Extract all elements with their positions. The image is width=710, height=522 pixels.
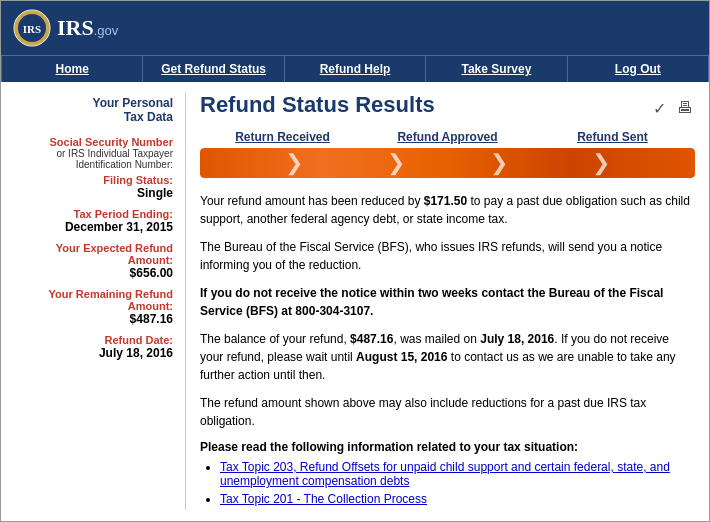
page-title: Refund Status Results <box>200 92 435 118</box>
expected-refund-label: Your Expected Refund Amount: <box>13 242 173 266</box>
progress-labels: Return Received Refund Approved Refund S… <box>200 130 695 144</box>
ssn-label: Social Security Number <box>13 136 173 148</box>
irs-logo-text: IRS <box>57 15 94 40</box>
sidebar-remaining-refund-row: Your Remaining Refund Amount: $487.16 <box>13 288 173 326</box>
nav-refund-help[interactable]: Refund Help <box>285 56 426 82</box>
message-4: The balance of your refund, $487.16, was… <box>200 330 695 384</box>
sidebar-refund-date-row: Refund Date: July 18, 2016 <box>13 334 173 360</box>
chevron-1: ❯ <box>285 148 303 178</box>
list-item-1: Tax Topic 203, Refund Offsets for unpaid… <box>220 460 695 488</box>
refund-date-value: July 18, 2016 <box>13 346 173 360</box>
sidebar-header: Your Personal Tax Data <box>13 96 173 124</box>
link-tax-topic-201[interactable]: Tax Topic 201 - The Collection Process <box>220 492 427 506</box>
content-header: Refund Status Results ✓ 🖶 <box>200 92 695 118</box>
progress-label-approved: Refund Approved <box>365 130 530 144</box>
ssn-sublabel: or IRS Individual Taxpayer Identificatio… <box>13 148 173 170</box>
message-5: The refund amount shown above may also i… <box>200 394 695 430</box>
chevron-4: ❯ <box>592 148 610 178</box>
expected-refund-value: $656.00 <box>13 266 173 280</box>
tax-period-value: December 31, 2015 <box>13 220 173 234</box>
irs-gov-text: .gov <box>94 23 119 38</box>
irs-emblem-icon: IRS <box>13 9 51 47</box>
sidebar-ssn-row: Social Security Number or IRS Individual… <box>13 136 173 170</box>
site-header: IRS IRS.gov <box>1 1 709 55</box>
sidebar-expected-refund-row: Your Expected Refund Amount: $656.00 <box>13 242 173 280</box>
remaining-refund-value: $487.16 <box>13 312 173 326</box>
progress-section: Return Received Refund Approved Refund S… <box>200 130 695 178</box>
logo-text-area: IRS.gov <box>57 15 118 41</box>
nav-home[interactable]: Home <box>1 56 143 82</box>
please-read-list: Tax Topic 203, Refund Offsets for unpaid… <box>220 460 695 506</box>
remaining-refund-label: Your Remaining Refund Amount: <box>13 288 173 312</box>
progress-label-received: Return Received <box>200 130 365 144</box>
sidebar: Your Personal Tax Data Social Security N… <box>1 92 186 510</box>
message-3: If you do not receive the notice within … <box>200 284 695 320</box>
sidebar-tax-period-row: Tax Period Ending: December 31, 2015 <box>13 208 173 234</box>
link-tax-topic-203[interactable]: Tax Topic 203, Refund Offsets for unpaid… <box>220 460 670 488</box>
content-area: Refund Status Results ✓ 🖶 Return Receive… <box>186 92 709 510</box>
filing-status-label: Filing Status: <box>13 174 173 186</box>
message-2: The Bureau of the Fiscal Service (BFS), … <box>200 238 695 274</box>
filing-status-value: Single <box>13 186 173 200</box>
chevron-3: ❯ <box>490 148 508 178</box>
message-1: Your refund amount has been reduced by $… <box>200 192 695 228</box>
progress-label-sent: Refund Sent <box>530 130 695 144</box>
chevron-2: ❯ <box>387 148 405 178</box>
tax-period-label: Tax Period Ending: <box>13 208 173 220</box>
header-icons: ✓ 🖶 <box>649 98 695 118</box>
progress-chevrons: ❯ ❯ ❯ ❯ <box>200 148 695 178</box>
nav-log-out[interactable]: Log Out <box>568 56 709 82</box>
sidebar-filing-status-row: Filing Status: Single <box>13 174 173 200</box>
main-content: Your Personal Tax Data Social Security N… <box>1 82 709 520</box>
please-read-section: Please read the following information re… <box>200 440 695 506</box>
print-icon[interactable]: 🖶 <box>675 98 695 118</box>
refund-date-label: Refund Date: <box>13 334 173 346</box>
progress-bar: ❯ ❯ ❯ ❯ <box>200 148 695 178</box>
nav-take-survey[interactable]: Take Survey <box>426 56 567 82</box>
main-nav: Home Get Refund Status Refund Help Take … <box>1 55 709 82</box>
logo-area: IRS IRS.gov <box>13 9 118 47</box>
nav-get-refund-status[interactable]: Get Refund Status <box>143 56 284 82</box>
bookmark-icon[interactable]: ✓ <box>649 98 669 118</box>
please-read-title: Please read the following information re… <box>200 440 695 454</box>
list-item-2: Tax Topic 201 - The Collection Process <box>220 492 695 506</box>
svg-text:IRS: IRS <box>23 23 41 35</box>
